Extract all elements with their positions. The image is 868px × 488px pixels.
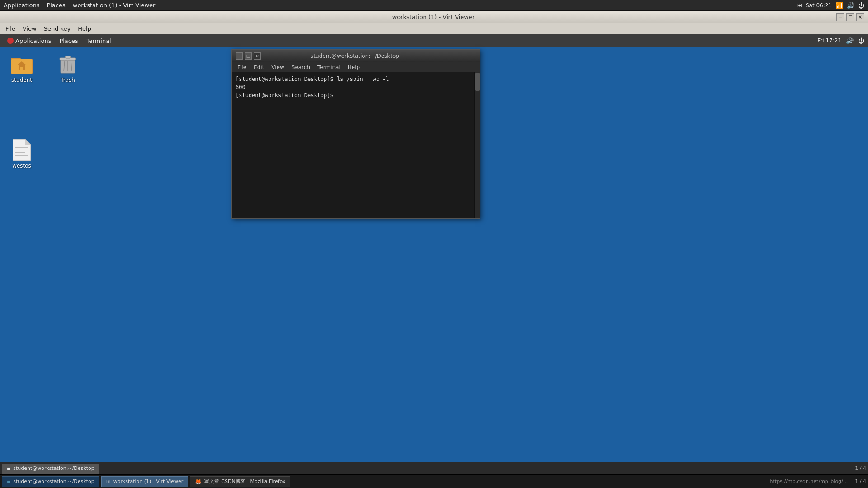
guest-power-icon[interactable]: ⏻ [858,37,864,44]
host-taskbar: ▪ student@workstation:~/Desktop ⊞ workst… [0,474,868,488]
terminal-line-3: [student@workstation Desktop]$ [236,91,476,99]
desktop-icon-student[interactable]: student [4,52,40,85]
terminal-menu-file[interactable]: File [234,63,250,71]
menu-help[interactable]: Help [74,24,95,33]
places-label: Places [59,38,78,44]
desktop-icon-trash[interactable]: Trash [50,52,86,85]
guest-places-menu[interactable]: Places [56,37,81,45]
terminal-window: − □ × student@workstation:~/Desktop File… [231,49,480,219]
window-controls: − □ × [836,13,864,21]
student-icon-label: student [11,77,32,83]
terminal-menu-help[interactable]: Help [344,63,363,71]
wifi-icon: 📶 [835,2,843,9]
host-taskbar-url: https://mp.csdn.net/mp_blog/... [770,479,848,484]
guest-terminal-menu[interactable]: Terminal [83,37,115,45]
guest-taskbar-terminal[interactable]: ▪ student@workstation:~/Desktop [2,464,99,474]
terminal-menu-view[interactable]: View [268,63,288,71]
host-taskbar-terminal[interactable]: ▪ student@workstation:~/Desktop [2,476,99,487]
clock-display: Sat 06:21 [806,2,832,9]
power-icon[interactable]: ⏻ [858,2,864,9]
guest-taskbar-pager: 1 / 4 [855,465,866,471]
maximize-button[interactable]: □ [846,13,854,21]
guest-applications-menu[interactable]: Applications [4,37,55,45]
terminal-menubar: File Edit View Search Terminal Help [232,62,480,72]
guest-top-panel: Applications Places Terminal Fri 17:21 🔊… [0,34,868,47]
system-tray: ⊞ Sat 06:21 📶 🔊 ⏻ [797,2,864,9]
svg-rect-9 [65,56,71,58]
host-firefox-label: 写文章-CSDN博客 - Mozilla Firefox [204,478,285,485]
virt-viewer-titlebar: workstation (1) - Virt Viewer − □ × [0,11,868,23]
minimize-button[interactable]: − [836,13,844,21]
terminal-scrollbar-thumb [475,73,480,91]
westos-icon-label: westos [12,163,31,169]
virt-viewer-menubar: File View Send key Help [0,23,868,34]
folder-icon-student [11,53,33,75]
terminal-window-controls: − □ × [236,52,261,60]
host-applications-menu[interactable]: Applications [4,2,39,9]
trash-icon [57,53,79,75]
virt-viewer-window: Applications Places workstation (1) - Vi… [0,0,868,488]
applications-icon [7,38,14,44]
trash-icon-label: Trash [61,77,75,83]
terminal-label: Terminal [86,38,111,44]
terminal-menu-terminal[interactable]: Terminal [314,63,344,71]
terminal-titlebar[interactable]: − □ × student@workstation:~/Desktop [232,50,480,62]
host-window-title-top: workstation (1) - Virt Viewer [73,2,156,9]
desktop-area: student [0,47,868,474]
svg-rect-5 [20,67,23,70]
terminal-scrollbar[interactable] [474,72,480,218]
volume-icon[interactable]: 🔊 [847,2,854,9]
menu-file[interactable]: File [2,24,19,33]
terminal-close-btn[interactable]: × [254,52,261,60]
terminal-minimize-btn[interactable]: − [236,52,243,60]
virt-viewer-title: workstation (1) - Virt Viewer [31,14,836,20]
terminal-title: student@workstation:~/Desktop [261,53,449,59]
host-taskbar-pager: 1 / 4 [855,479,866,484]
firefox-icon: 🦊 [195,479,202,485]
terminal-maximize-btn[interactable]: □ [245,52,252,60]
guest-clock: Fri 17:21 [817,38,841,44]
guest-desktop: Applications Places Terminal Fri 17:21 🔊… [0,34,868,474]
terminal-taskbar-icon: ▪ [7,465,10,472]
terminal-line-2: 600 [236,83,476,91]
close-button[interactable]: × [856,13,864,21]
guest-taskbar: ▪ student@workstation:~/Desktop 1 / 4 [0,462,868,474]
guest-volume-icon[interactable]: 🔊 [846,37,854,44]
terminal-body[interactable]: [student@workstation Desktop]$ ls /sbin … [232,72,480,218]
host-terminal-label: student@workstation:~/Desktop [13,479,94,484]
host-terminal-icon: ▪ [7,479,10,485]
document-icon [11,139,33,161]
host-places-menu[interactable]: Places [47,2,65,9]
terminal-menu-search[interactable]: Search [288,63,314,71]
host-taskbar-virt[interactable]: ⊞ workstation (1) - Virt Viewer [101,476,189,487]
desktop-icon-westos[interactable]: westos [4,137,40,171]
host-virt-icon: ⊞ [106,479,111,485]
host-virt-label: workstation (1) - Virt Viewer [113,479,184,484]
network-icon: ⊞ [797,2,802,9]
applications-label: Applications [15,38,51,44]
menu-send-key[interactable]: Send key [40,24,75,33]
terminal-line-1: [student@workstation Desktop]$ ls /sbin … [236,75,476,83]
terminal-taskbar-label: student@workstation:~/Desktop [13,465,94,471]
menu-view[interactable]: View [19,24,40,33]
host-taskbar-firefox[interactable]: 🦊 写文章-CSDN博客 - Mozilla Firefox [190,476,290,487]
terminal-menu-edit[interactable]: Edit [250,63,268,71]
